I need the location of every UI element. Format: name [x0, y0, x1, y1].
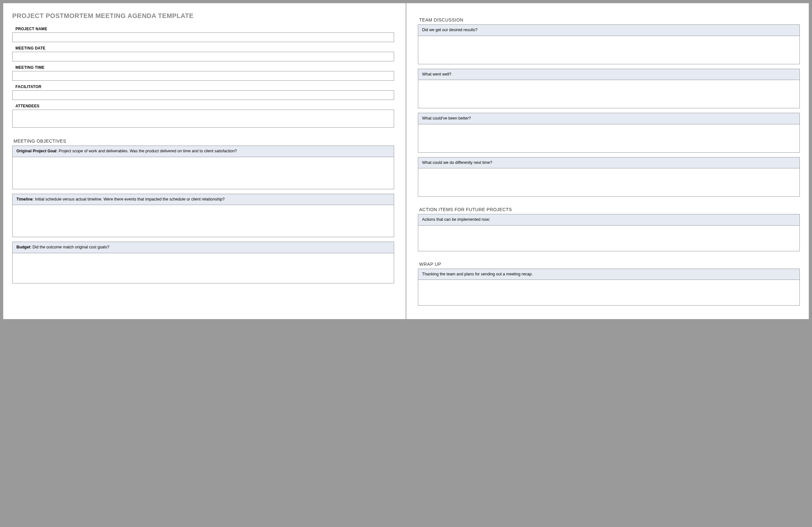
label-attendees: ATTENDEES — [15, 104, 394, 108]
discussion-results-answer[interactable] — [418, 36, 800, 64]
discussion-better-answer[interactable] — [418, 124, 800, 153]
input-meeting-time[interactable] — [12, 71, 394, 81]
label-project-name: PROJECT NAME — [15, 27, 394, 31]
objective-budget-text: : Did the outcome match original cost go… — [30, 245, 110, 250]
wrap-up-prompt: Thanking the team and plans for sending … — [418, 269, 800, 280]
input-facilitator[interactable] — [12, 90, 394, 100]
input-meeting-date[interactable] — [12, 52, 394, 61]
input-attendees[interactable] — [12, 109, 394, 127]
action-items-prompt: Actions that can be implemented now: — [418, 214, 800, 226]
page-left: PROJECT POSTMORTEM MEETING AGENDA TEMPLA… — [3, 3, 406, 319]
objective-goal-answer[interactable] — [12, 157, 394, 189]
input-project-name[interactable] — [12, 32, 394, 42]
objective-timeline-prompt: Timeline: Initial schedule versus actual… — [12, 194, 394, 205]
wrap-up-answer[interactable] — [418, 280, 800, 305]
discussion-differently-prompt: What could we do differently next time? — [418, 157, 800, 169]
objective-budget-prompt: Budget: Did the outcome match original c… — [12, 242, 394, 253]
objective-goal-text: : Project scope of work and deliverables… — [56, 149, 237, 153]
heading-wrap-up: WRAP UP — [419, 261, 800, 267]
objective-timeline-answer[interactable] — [12, 205, 394, 237]
label-meeting-time: MEETING TIME — [15, 65, 394, 70]
discussion-well-prompt: What went well? — [418, 69, 800, 80]
heading-meeting-objectives: MEETING OBJECTIVES — [14, 138, 394, 144]
objective-budget-bold: Budget — [16, 245, 30, 250]
objective-goal-prompt: Original Project Goal: Project scope of … — [12, 146, 394, 157]
objective-timeline-bold: Timeline — [16, 197, 32, 201]
discussion-well-answer[interactable] — [418, 80, 800, 108]
heading-action-items: ACTION ITEMS FOR FUTURE PROJECTS — [419, 207, 800, 212]
label-facilitator: FACILITATOR — [15, 85, 394, 89]
discussion-differently-answer[interactable] — [418, 168, 800, 197]
objective-timeline-text: : Initial schedule versus actual timelin… — [32, 197, 224, 201]
page-right: TEAM DISCUSSION Did we get our desired r… — [406, 3, 809, 319]
label-meeting-date: MEETING DATE — [15, 46, 394, 50]
page-title: PROJECT POSTMORTEM MEETING AGENDA TEMPLA… — [12, 12, 394, 20]
action-items-answer[interactable] — [418, 226, 800, 251]
discussion-better-prompt: What could've been better? — [418, 113, 800, 124]
document-spread: PROJECT POSTMORTEM MEETING AGENDA TEMPLA… — [3, 3, 809, 319]
objective-budget-answer[interactable] — [12, 253, 394, 283]
heading-team-discussion: TEAM DISCUSSION — [419, 17, 800, 22]
objective-goal-bold: Original Project Goal — [16, 149, 56, 153]
discussion-results-prompt: Did we get our desired results? — [418, 25, 800, 36]
